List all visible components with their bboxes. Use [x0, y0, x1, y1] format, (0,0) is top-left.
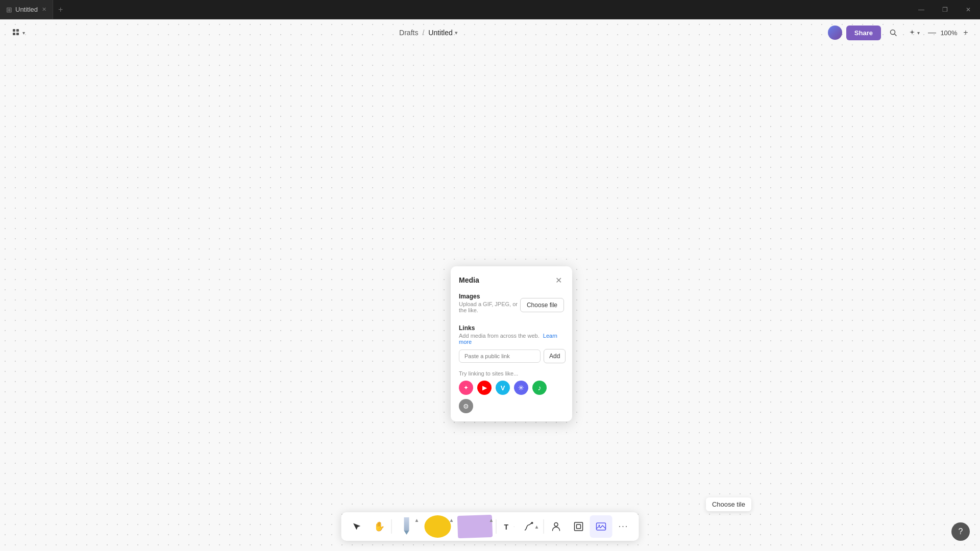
arrow-tool[interactable] — [346, 515, 368, 538]
transform-button[interactable]: ▾ — [905, 24, 922, 41]
window-controls: — ❐ ✕ — [910, 0, 980, 19]
media-dialog: Media ✕ Images Upload a GIF, JPEG, or th… — [451, 266, 572, 421]
svg-rect-11 — [597, 523, 606, 530]
separator-1 — [391, 519, 392, 534]
more-icon: ··· — [619, 522, 628, 531]
svg-rect-2 — [13, 33, 15, 35]
frame-icon — [573, 521, 584, 532]
help-button[interactable]: ? — [951, 522, 970, 541]
spotify-site-icon[interactable]: ♪ — [532, 381, 547, 395]
more-tool[interactable]: ··· — [612, 515, 635, 538]
svg-text:T: T — [504, 523, 509, 531]
breadcrumb: Drafts / Untitled ▾ — [399, 29, 458, 37]
zoom-in-button[interactable]: + — [960, 27, 972, 39]
images-row: Images Upload a GIF, JPEG, or the like. … — [459, 293, 564, 317]
main-menu-button[interactable]: ▾ — [8, 26, 29, 40]
search-icon — [889, 29, 897, 37]
connector-icon — [523, 521, 534, 532]
bottom-toolbar: ✋ ▲ ▲ ▲ T · ▲ — [341, 512, 639, 541]
choose-file-button[interactable]: Choose file — [520, 298, 564, 312]
svg-rect-9 — [575, 522, 583, 531]
images-section: Images Upload a GIF, JPEG, or the like. … — [459, 293, 564, 317]
links-section-title: Links — [459, 324, 564, 332]
separator-2 — [496, 519, 497, 534]
link-input[interactable] — [459, 349, 541, 363]
zoom-level[interactable]: 100% — [939, 29, 959, 37]
text-icon: T — [503, 521, 513, 532]
separator-3 — [544, 519, 544, 534]
person-tool[interactable] — [545, 515, 568, 538]
svg-rect-3 — [16, 33, 19, 35]
chevron-up-icon: ▲ — [489, 517, 494, 523]
shape-circle-tool[interactable]: ▲ — [421, 515, 455, 538]
svg-rect-10 — [577, 524, 581, 529]
dialog-header: Media ✕ — [459, 274, 564, 286]
images-info: Images Upload a GIF, JPEG, or the like. — [459, 293, 520, 317]
avatar[interactable] — [828, 26, 842, 40]
rect-shape-icon — [457, 515, 493, 538]
link-add-button[interactable]: Add — [544, 349, 566, 363]
drafts-breadcrumb[interactable]: Drafts — [399, 29, 418, 37]
dialog-close-button[interactable]: ✕ — [553, 274, 564, 286]
svg-rect-1 — [16, 29, 19, 32]
try-linking-text: Try linking to sites like... — [459, 370, 564, 377]
toolbar-right: Share ▾ — 100% + — [828, 24, 972, 41]
text-tool[interactable]: T · — [498, 515, 520, 538]
svg-rect-0 — [13, 29, 15, 32]
media-icon — [596, 521, 607, 532]
active-tab[interactable]: ⊞ Untitled ✕ — [0, 0, 53, 19]
link-input-row: Add — [459, 349, 564, 363]
figma-site-icon[interactable]: ✦ — [459, 381, 473, 395]
images-section-title: Images — [459, 293, 520, 300]
chevron-up-icon: ▲ — [534, 524, 540, 530]
dialog-title: Media — [459, 276, 479, 284]
chevron-up-icon: ▲ — [449, 517, 454, 523]
chevron-down-icon: ▾ — [917, 30, 920, 36]
frame-tool[interactable] — [568, 515, 590, 538]
other-sites-icon[interactable]: ⚙ — [459, 399, 473, 413]
magic-icon — [908, 29, 916, 37]
pencil-tool[interactable]: ▲ — [393, 515, 421, 538]
chevron-up-icon: ▲ — [414, 517, 420, 523]
restore-button[interactable]: ❐ — [933, 0, 957, 19]
links-section: Links Add media from across the web. Lea… — [459, 324, 564, 363]
youtube-site-icon[interactable]: ▶ — [477, 381, 492, 395]
dropdown-icon: ▾ — [455, 30, 458, 36]
svg-point-12 — [599, 525, 600, 527]
zoom-out-button[interactable]: — — [926, 27, 938, 39]
connector-tool[interactable]: ▲ — [520, 515, 543, 538]
svg-point-7 — [531, 522, 533, 524]
minimize-button[interactable]: — — [910, 0, 933, 19]
titlebar: ⊞ Untitled ✕ + — ❐ ✕ — [0, 0, 980, 19]
vimeo-site-icon[interactable]: V — [496, 381, 510, 395]
person-icon — [551, 521, 562, 532]
chevron-down-icon: ▾ — [22, 30, 25, 36]
close-tab-icon[interactable]: ✕ — [42, 6, 46, 13]
hand-tool[interactable]: ✋ — [368, 515, 390, 538]
hand-icon: ✋ — [374, 521, 385, 532]
choose-tile-tooltip: Choose tile — [706, 497, 751, 511]
links-section-desc: Add media from across the web. Learn mor… — [459, 333, 564, 345]
add-tab-button[interactable]: + — [53, 5, 68, 14]
dot-separator: · — [513, 524, 514, 529]
images-section-desc: Upload a GIF, JPEG, or the like. — [459, 301, 520, 313]
shape-rect-tool[interactable]: ▲ — [455, 515, 495, 538]
site-icons-row: ✦ ▶ V ✳ ♪ ⚙ — [459, 381, 564, 413]
home-icon: ⊞ — [6, 6, 12, 14]
pencil-icon — [402, 517, 412, 536]
svg-line-5 — [895, 34, 897, 36]
svg-point-8 — [554, 523, 558, 527]
search-button[interactable] — [885, 24, 901, 41]
toolbar-left: ▾ — [8, 26, 29, 40]
top-toolbar: ▾ Drafts / Untitled ▾ Share ▾ — 100% + — [0, 19, 980, 46]
arrow-icon — [352, 521, 362, 532]
share-button[interactable]: Share — [846, 26, 881, 40]
breadcrumb-separator: / — [422, 29, 424, 37]
media-tool[interactable] — [590, 515, 612, 538]
circle-shape-icon — [425, 515, 451, 538]
close-button[interactable]: ✕ — [957, 0, 980, 19]
current-page-title[interactable]: Untitled ▾ — [428, 29, 457, 37]
zoom-control: — 100% + — [926, 27, 972, 39]
abstract-site-icon[interactable]: ✳ — [514, 381, 528, 395]
tab-title: Untitled — [15, 6, 38, 13]
